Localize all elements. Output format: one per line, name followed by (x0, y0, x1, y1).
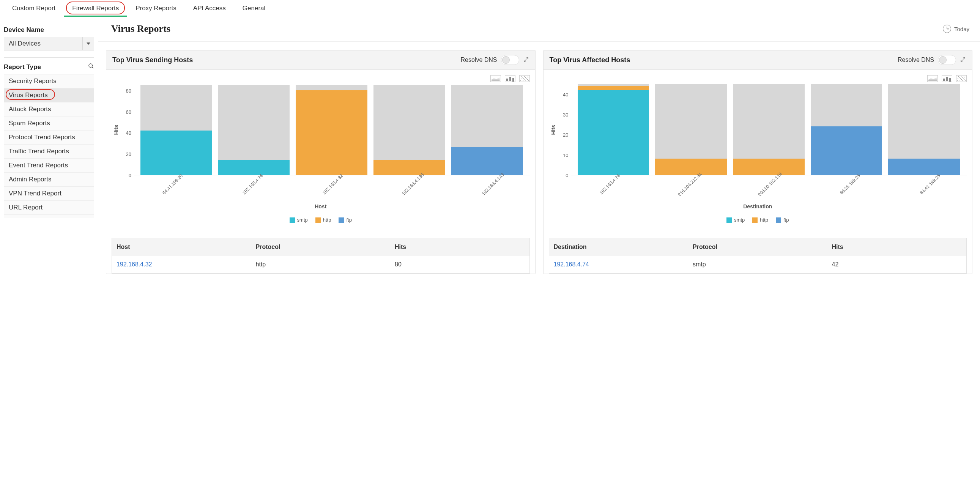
tab-custom-report[interactable]: Custom Report (4, 0, 64, 17)
bar-segment (578, 86, 649, 90)
report-type-list[interactable]: Security ReportsVirus ReportsAttack Repo… (4, 74, 94, 218)
report-type-item[interactable]: Spam Reports (4, 116, 94, 130)
report-type-label: Report Type (4, 63, 94, 71)
table-header-cell: Protocol (251, 238, 391, 256)
report-type-item[interactable]: VPN Trend Report (4, 187, 94, 201)
resolve-dns-toggle[interactable] (501, 55, 519, 65)
panel-title: Top Virus Affected Hosts (550, 56, 630, 64)
chart-type-switcher (111, 74, 530, 84)
report-type-item[interactable]: Protocol Trend Reports (4, 130, 94, 145)
chart-type-bar-icon[interactable] (942, 75, 952, 82)
bar-segment-bg (655, 84, 727, 159)
chart-type-area-icon[interactable] (490, 75, 501, 82)
device-name-value: All Devices (4, 40, 45, 48)
chart-type-bar-icon[interactable] (505, 75, 515, 82)
chart-type-area-icon[interactable] (927, 75, 938, 82)
legend-swatch (727, 218, 732, 223)
panel-chart-area: Hits 020406080 64.41.199.20192.168.4.741… (106, 70, 535, 229)
legend-item: smtp (290, 217, 308, 223)
report-type-item[interactable]: Admin Reports (4, 173, 94, 187)
x-axis-labels: 64.41.199.20192.168.4.74192.168.4.32192.… (129, 178, 530, 202)
bar-segment-bg (811, 84, 883, 126)
table-cell[interactable]: 192.168.4.74 (549, 256, 689, 273)
report-type-item[interactable]: Virus Reports (4, 88, 94, 102)
expand-icon[interactable] (523, 57, 529, 64)
sidebar-divider (4, 57, 94, 58)
resolve-dns-toggle[interactable] (938, 55, 956, 65)
report-type-label-text: Report Type (4, 64, 41, 71)
legend-label: smtp (297, 217, 308, 223)
panels-row: Top Virus Sending Hosts Resolve DNS Hits… (98, 42, 980, 274)
top-tabs: Custom Report Firewall Reports Proxy Rep… (0, 0, 980, 17)
table-cell: http (251, 256, 391, 273)
bar-segment-bg (374, 85, 445, 160)
tab-general[interactable]: General (234, 0, 274, 17)
device-name-dropdown-button[interactable] (82, 37, 94, 50)
bar-segment-bg (296, 85, 368, 90)
report-type-item[interactable]: Event Trend Reports (4, 159, 94, 173)
report-type-item[interactable]: Traffic Trend Reports (4, 145, 94, 159)
legend-item: smtp (727, 217, 745, 223)
page-title: Virus Reports (111, 23, 170, 35)
bar-segment-bg (218, 85, 290, 160)
table-header-cell: Hits (827, 238, 967, 256)
clock-icon (943, 25, 951, 33)
bar-segment-bg (888, 84, 960, 159)
report-type-item[interactable]: URL Report (4, 201, 94, 215)
panel-header: Top Virus Affected Hosts Resolve DNS (544, 51, 972, 70)
table-cell: 80 (390, 256, 530, 273)
table-header-cell: Hits (390, 238, 530, 256)
table-cell: 42 (827, 256, 967, 273)
date-range-label: Today (954, 26, 969, 32)
main-content: Virus Reports Today Top Virus Sending Ho… (98, 17, 980, 274)
tab-api-access[interactable]: API Access (185, 0, 234, 17)
sidebar: Device Name All Devices Report Type Secu… (0, 17, 98, 274)
legend-swatch (290, 218, 295, 223)
x-axis-labels: 192.168.4.74216.104.212.81208.50.102.119… (566, 178, 967, 202)
report-panel: Top Virus Sending Hosts Resolve DNS Hits… (106, 50, 536, 274)
svg-line-1 (92, 67, 93, 68)
table-header-cell: Protocol (688, 238, 827, 256)
tab-firewall-reports[interactable]: Firewall Reports (64, 0, 127, 17)
table-header-cell: Host (112, 238, 251, 256)
panel-chart-area: Hits 010203040 192.168.4.74216.104.212.8… (544, 70, 972, 229)
device-name-select[interactable]: All Devices (4, 37, 94, 51)
table-row: 192.168.4.32http80 (112, 256, 530, 273)
svg-point-0 (89, 64, 92, 67)
legend-label: ftp (783, 217, 789, 223)
legend-item: ftp (776, 217, 789, 223)
panel-header: Top Virus Sending Hosts Resolve DNS (106, 51, 535, 70)
search-icon[interactable] (88, 63, 94, 71)
toggle-knob (939, 56, 947, 64)
y-axis-title: Hits (111, 125, 121, 135)
report-type-item[interactable]: Active VPN Trend (4, 215, 94, 218)
expand-icon[interactable] (960, 57, 966, 64)
table-header-row: DestinationProtocolHits (549, 238, 967, 256)
bar-segment-bg (451, 85, 523, 148)
report-type-item[interactable]: Security Reports (4, 75, 94, 88)
chart-type-other-icon[interactable] (956, 75, 967, 82)
tab-firewall-reports-label: Firewall Reports (72, 5, 119, 12)
legend-label: ftp (346, 217, 352, 223)
y-axis-title: Hits (549, 125, 558, 135)
table-row: 192.168.4.74smtp42 (549, 256, 967, 273)
table-cell: smtp (688, 256, 827, 273)
data-table: HostProtocolHits192.168.4.32http80 (111, 238, 530, 273)
legend-swatch (339, 218, 344, 223)
legend-label: smtp (734, 217, 745, 223)
data-table: DestinationProtocolHits192.168.4.74smtp4… (549, 238, 967, 273)
legend-swatch (776, 218, 781, 223)
date-range-selector[interactable]: Today (943, 25, 969, 33)
highlight-circle (6, 89, 55, 100)
legend-item: ftp (339, 217, 352, 223)
report-type-item[interactable]: Attack Reports (4, 102, 94, 116)
tab-proxy-reports[interactable]: Proxy Reports (127, 0, 185, 17)
report-panel: Top Virus Affected Hosts Resolve DNS Hit… (543, 50, 973, 274)
table-cell[interactable]: 192.168.4.32 (112, 256, 251, 273)
chart-type-other-icon[interactable] (519, 75, 530, 82)
toggle-knob (502, 56, 510, 64)
table-header-row: HostProtocolHits (112, 238, 530, 256)
device-name-label: Device Name (4, 26, 94, 34)
resolve-dns-label: Resolve DNS (460, 57, 497, 64)
chevron-down-icon (86, 43, 90, 45)
